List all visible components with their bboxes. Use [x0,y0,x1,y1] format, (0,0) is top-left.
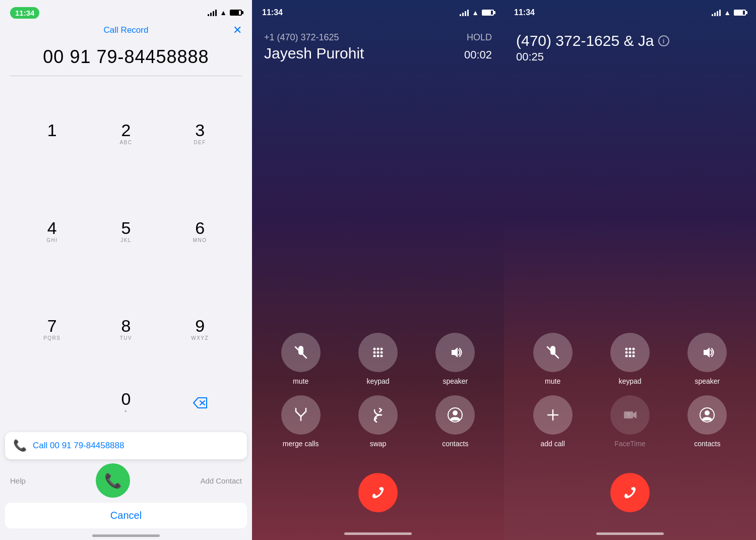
add-call-circle [533,395,573,435]
svg-point-9 [373,355,375,357]
backspace-icon [193,397,207,408]
keypad: 1 2 ABC 3 DEF 4 GHI 5 JKL 6 MNO 7 PQRS 8 [0,80,252,383]
help-button[interactable]: Help [10,476,26,485]
keypad-circle-2 [358,333,398,372]
svg-text:?: ? [627,412,630,418]
contacts-icon-2 [448,407,463,423]
call-record-title: Call Record [104,25,149,35]
svg-point-4 [376,348,379,350]
speaker-label-2: speaker [443,377,468,385]
svg-point-17 [628,348,631,350]
svg-point-16 [625,348,627,350]
end-call-icon-3 [621,484,639,501]
svg-point-13 [453,410,458,415]
mute-circle-3 [533,333,573,372]
call-controls-2: mute keypad [252,313,504,458]
cancel-bar[interactable]: Cancel [5,503,247,528]
svg-point-22 [625,355,627,357]
phone-icon: 📞 [13,439,27,452]
speaker-icon-2 [448,345,463,360]
end-call-button-3[interactable] [610,473,650,512]
key-1[interactable]: 1 [15,85,89,183]
time-display: 11:34 [10,7,39,19]
key-9[interactable]: 9 WXYZ [163,280,237,378]
key-3[interactable]: 3 DEF [163,85,237,183]
home-indicator-dialer [92,534,160,537]
keypad-button-2[interactable]: keypad [344,333,411,385]
swap-label: swap [370,440,387,448]
contacts-label-2: contacts [442,440,468,448]
speaker-button-3[interactable]: speaker [674,333,741,385]
call-secondary-line: +1 (470) 372-1625 HOLD [264,32,492,43]
end-call-area-2 [252,458,504,532]
key-8[interactable]: 8 TUV [89,280,163,378]
keypad-label-3: keypad [618,377,641,385]
speaker-label-3: speaker [695,377,720,385]
mute-circle-2 [281,333,321,372]
status-icons-call2: ▲ [460,9,494,17]
contacts-button-3[interactable]: contacts [674,395,741,448]
status-bar-left: 11:34 [10,7,39,19]
call-record-bar: Call Record ✕ [0,22,252,38]
merge-icon [293,407,308,423]
call-screen-conference: 11:34 ▲ (470) 372-1625 & Ja i 00:25 [504,0,756,540]
end-call-button-2[interactable] [358,473,398,512]
close-button[interactable]: ✕ [233,24,242,37]
key-2[interactable]: 2 ABC [89,85,163,183]
dialer-screen: 11:34 ▲ Call Record ✕ 00 91 79-84458888 … [0,0,252,540]
merge-calls-button[interactable]: merge calls [267,395,334,448]
svg-point-18 [632,348,635,350]
contacts-button-2[interactable]: contacts [422,395,489,448]
info-button[interactable]: i [658,35,669,46]
divider [10,76,242,76]
call-dial-button[interactable]: 📞 [96,463,130,498]
mute-icon-2 [293,345,308,360]
keypad-button-3[interactable]: keypad [596,333,663,385]
svg-point-6 [373,351,375,354]
svg-point-24 [632,355,635,357]
contacts-label-3: contacts [694,440,720,448]
conference-name-line: (470) 372-1625 & Ja i [516,32,744,49]
merge-calls-label: merge calls [283,440,319,448]
time-display-call2: 11:34 [262,8,283,17]
end-call-icon-2 [369,484,387,501]
status-icons-call3: ▲ [712,9,746,17]
wifi-icon-call3: ▲ [724,9,731,17]
svg-point-8 [380,351,383,354]
facetime-button[interactable]: ? FaceTime [596,395,663,448]
add-call-button[interactable]: add call [519,395,586,448]
speaker-icon-3 [700,345,715,360]
add-contact-button[interactable]: Add Contact [200,476,242,485]
call-screen-hold: 11:34 ▲ +1 (470) 372-1625 HOLD Jayesh Pu… [252,0,504,540]
wifi-icon: ▲ [220,9,227,17]
svg-marker-25 [704,347,710,357]
speaker-button-2[interactable]: speaker [422,333,489,385]
key-4[interactable]: 4 GHI [15,183,89,281]
conference-name: (470) 372-1625 & Ja [516,32,654,49]
call-controls-3: mute keypad [504,313,756,458]
call-primary-line: Jayesh Purohit 00:02 [264,45,492,62]
key-5[interactable]: 5 JKL [89,183,163,281]
mute-button-2[interactable]: mute [267,333,334,385]
svg-point-7 [376,351,379,354]
call-suggestion[interactable]: 📞 Call 00 91 79-84458888 [5,432,247,459]
key-6[interactable]: 6 MNO [163,183,237,281]
svg-point-19 [625,351,627,354]
svg-point-20 [628,351,631,354]
svg-point-31 [705,410,710,415]
key-0[interactable]: 0 + [89,383,163,422]
end-call-area-3 [504,458,756,532]
caller-name: Jayesh Purohit [264,45,364,62]
battery-icon-call2 [482,10,494,16]
swap-button[interactable]: swap [344,395,411,448]
status-bar-call2: 11:34 ▲ [252,0,504,22]
backspace-button[interactable] [163,383,237,422]
mute-label-2: mute [293,377,308,385]
key-7[interactable]: 7 PQRS [15,280,89,378]
wifi-icon-call2: ▲ [472,9,479,17]
add-call-label: add call [541,440,565,448]
mute-icon-3 [545,345,560,360]
call-button-area: 📞 [96,463,130,498]
mute-button-3[interactable]: mute [519,333,586,385]
call-suggestion-text: Call 00 91 79-84458888 [33,441,124,451]
